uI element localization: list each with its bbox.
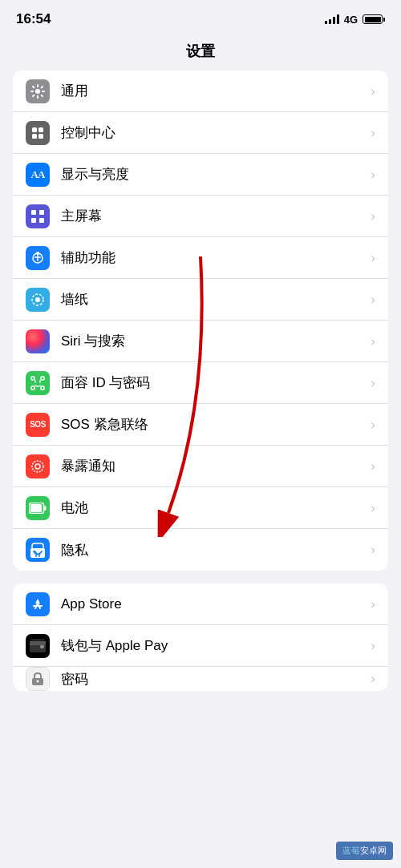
appstore-icon	[26, 592, 50, 616]
status-bar: 16:54 4G	[0, 0, 401, 35]
row-passwords[interactable]: 密码 ›	[13, 667, 388, 691]
privacy-label: 隐私	[61, 541, 371, 559]
svg-point-1	[35, 89, 40, 94]
svg-rect-32	[30, 641, 46, 645]
exposure-icon	[26, 454, 50, 478]
appstore-label: App Store	[61, 596, 371, 612]
face-id-chevron: ›	[371, 375, 375, 391]
battery-label: 电池	[61, 499, 371, 517]
wallpaper-chevron: ›	[371, 292, 375, 308]
row-general[interactable]: 通用 ›	[13, 71, 388, 112]
svg-point-36	[37, 680, 39, 683]
status-icons: 4G	[325, 14, 385, 26]
row-wallpaper[interactable]: 墙纸 ›	[13, 279, 388, 321]
row-appstore[interactable]: App Store ›	[13, 583, 388, 625]
svg-rect-2	[32, 127, 37, 132]
page-title-bar: 设置	[0, 35, 401, 71]
svg-rect-16	[31, 377, 34, 380]
exposure-label: 暴露通知	[61, 457, 371, 475]
home-screen-icon	[26, 204, 50, 228]
wallpaper-label: 墙纸	[61, 290, 371, 309]
face-id-icon	[26, 371, 50, 395]
face-id-label: 面容 ID 与密码	[61, 373, 371, 392]
password-chevron: ›	[371, 671, 375, 687]
row-exposure[interactable]: 暴露通知 ›	[13, 446, 388, 487]
sos-icon: SOS	[26, 413, 50, 437]
battery-row-icon	[26, 496, 50, 520]
password-label: 密码	[61, 670, 371, 688]
control-center-icon	[26, 121, 50, 145]
appstore-chevron: ›	[371, 596, 375, 612]
signal-icon	[325, 14, 339, 24]
status-time: 16:54	[16, 11, 51, 27]
battery-chevron: ›	[371, 500, 375, 516]
row-privacy[interactable]: 隐私 ›	[13, 529, 388, 571]
sos-label: SOS 紧急联络	[61, 415, 371, 434]
row-battery[interactable]: 电池 ›	[13, 487, 388, 529]
store-settings-group: App Store › 钱包与 Apple Pay › 密码 ›	[13, 583, 388, 691]
control-center-label: 控制中心	[61, 123, 371, 142]
display-label: 显示与亮度	[61, 165, 371, 184]
svg-rect-18	[31, 386, 34, 390]
accessibility-icon	[26, 246, 50, 270]
wallet-label: 钱包与 Apple Pay	[61, 636, 371, 655]
row-sos[interactable]: SOS SOS 紧急联络 ›	[13, 404, 388, 446]
general-label: 通用	[61, 82, 371, 100]
control-center-chevron: ›	[371, 125, 375, 141]
svg-rect-3	[38, 127, 43, 132]
wallet-icon	[26, 634, 50, 658]
row-home-screen[interactable]: 主屏幕 ›	[13, 196, 388, 237]
svg-point-22	[32, 461, 43, 472]
watermark-blue: 蓝莓	[342, 846, 360, 855]
home-screen-chevron: ›	[371, 208, 375, 224]
svg-rect-19	[41, 386, 44, 390]
svg-point-23	[35, 464, 40, 469]
svg-rect-5	[38, 134, 43, 139]
svg-rect-33	[40, 645, 44, 648]
row-wallet[interactable]: 钱包与 Apple Pay ›	[13, 625, 388, 667]
sos-chevron: ›	[371, 417, 375, 433]
battery-icon	[363, 14, 385, 24]
privacy-chevron: ›	[371, 542, 375, 558]
row-display[interactable]: AA 显示与亮度 ›	[13, 154, 388, 196]
watermark: 蓝莓安卓网	[336, 842, 393, 860]
page-title: 设置	[186, 43, 215, 59]
siri-label: Siri 与搜索	[61, 332, 371, 350]
siri-chevron: ›	[371, 333, 375, 349]
svg-rect-25	[30, 504, 42, 512]
network-type: 4G	[344, 14, 358, 26]
svg-rect-17	[41, 377, 44, 380]
wallet-chevron: ›	[371, 638, 375, 654]
accessibility-chevron: ›	[371, 250, 375, 266]
svg-rect-8	[31, 218, 36, 223]
svg-rect-4	[32, 134, 37, 139]
svg-rect-27	[30, 548, 45, 558]
home-screen-label: 主屏幕	[61, 207, 371, 225]
svg-rect-6	[31, 210, 36, 215]
general-chevron: ›	[371, 83, 375, 99]
row-control-center[interactable]: 控制中心 ›	[13, 112, 388, 154]
row-accessibility[interactable]: 辅助功能 ›	[13, 237, 388, 279]
general-settings-group: 通用 › 控制中心 › AA 显示与亮度 ›	[13, 71, 388, 571]
wallpaper-icon	[26, 288, 50, 312]
svg-line-30	[38, 604, 40, 608]
svg-rect-9	[39, 218, 44, 223]
display-chevron: ›	[371, 167, 375, 183]
svg-point-14	[35, 297, 40, 302]
general-icon	[26, 79, 50, 103]
row-face-id[interactable]: 面容 ID 与密码 ›	[13, 362, 388, 404]
display-icon: AA	[26, 163, 50, 187]
svg-rect-7	[39, 210, 44, 215]
siri-icon	[26, 329, 50, 353]
svg-rect-26	[44, 506, 47, 511]
exposure-chevron: ›	[371, 458, 375, 474]
privacy-icon	[26, 538, 50, 562]
accessibility-label: 辅助功能	[61, 248, 371, 267]
row-siri[interactable]: Siri 与搜索 ›	[13, 321, 388, 362]
password-icon	[26, 667, 50, 691]
watermark-rest: 安卓网	[360, 846, 387, 855]
